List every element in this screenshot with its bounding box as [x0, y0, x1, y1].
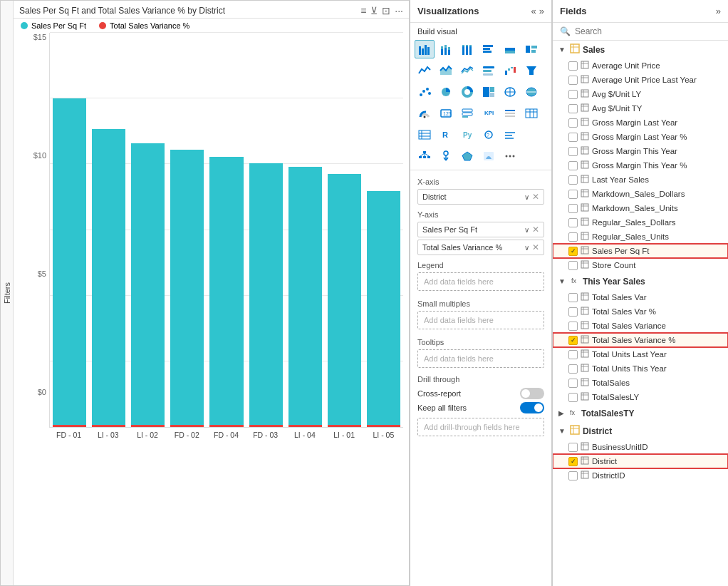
viz-icon-smart-narrative[interactable]	[500, 125, 520, 144]
field-checkbox-3-0[interactable]	[568, 443, 578, 452]
viz-icon-bar-100[interactable]	[457, 40, 477, 58]
viz-icon-waterfall[interactable]	[500, 61, 520, 80]
viz-icon-donut[interactable]	[457, 83, 477, 101]
field-checkbox-0-2[interactable]	[568, 90, 578, 99]
field-checkbox-0-8[interactable]	[568, 175, 578, 185]
legend-field-box[interactable]: Add data fields here	[417, 272, 544, 291]
field-checkbox-3-2[interactable]	[568, 471, 578, 480]
fields-expand-icon[interactable]: »	[716, 6, 721, 16]
viz-icon-table[interactable]	[521, 104, 541, 123]
viz-icon-funnel[interactable]	[521, 61, 541, 80]
field-checkbox-0-11[interactable]	[568, 218, 578, 227]
viz-collapse-arrows[interactable]: « »	[531, 6, 544, 16]
collapse-right-icon[interactable]: »	[539, 6, 544, 16]
field-checkbox-1-5[interactable]	[568, 364, 578, 374]
y-axis-field-1-dropdown[interactable]: ∨	[524, 244, 529, 252]
bar-group-1[interactable]	[92, 33, 125, 427]
field-group-header-0[interactable]: ▼Sales	[553, 41, 728, 58]
viz-icon-line-stacked[interactable]	[457, 61, 477, 80]
field-checkbox-0-3[interactable]	[568, 104, 578, 113]
more-icon[interactable]: ···	[395, 5, 403, 16]
viz-icon-shape-map[interactable]	[457, 147, 477, 165]
viz-icon-stacked-bar[interactable]	[436, 40, 456, 58]
field-group-header-1[interactable]: ▼fxThis Year Sales	[553, 272, 728, 290]
bar-group-6[interactable]	[288, 33, 322, 427]
x-axis-dropdown-icon[interactable]: ∨	[524, 193, 529, 201]
y-axis-field-1-remove[interactable]: ✕	[532, 242, 539, 252]
viz-icon-python[interactable]: Py	[457, 125, 477, 144]
field-item-0-5[interactable]: Gross Margin Last Year %	[553, 130, 728, 144]
field-group-header-2[interactable]: ▶fxTotalSalesTY	[553, 404, 728, 422]
field-item-1-0[interactable]: Total Sales Var	[553, 290, 728, 304]
field-item-0-6[interactable]: Gross Margin This Year	[553, 144, 728, 158]
field-checkbox-1-7[interactable]	[568, 393, 578, 402]
field-item-0-3[interactable]: Avg $/Unit TY	[553, 101, 728, 115]
field-item-1-3[interactable]: Total Sales Variance %	[553, 333, 728, 347]
viz-icon-clustered-bar[interactable]	[415, 40, 435, 58]
viz-icon-card[interactable]: 123	[436, 104, 456, 123]
viz-icon-more-options[interactable]	[500, 147, 520, 165]
viz-icon-pie[interactable]	[436, 83, 456, 101]
field-checkbox-0-9[interactable]	[568, 190, 578, 199]
viz-icon-key-influencers[interactable]	[436, 147, 456, 165]
viz-icon-gauge[interactable]	[415, 104, 435, 123]
viz-icon-ribbon[interactable]	[479, 61, 499, 80]
field-checkbox-0-7[interactable]	[568, 161, 578, 170]
field-checkbox-0-13[interactable]	[568, 247, 578, 256]
field-item-3-1[interactable]: District	[553, 454, 728, 468]
viz-icon-line[interactable]	[415, 61, 435, 80]
field-checkbox-1-6[interactable]	[568, 379, 578, 388]
bar-group-3[interactable]	[170, 33, 204, 427]
search-input[interactable]	[575, 26, 721, 36]
field-checkbox-1-4[interactable]	[568, 350, 578, 359]
field-checkbox-0-12[interactable]	[568, 232, 578, 242]
field-item-0-13[interactable]: Sales Per Sq Ft	[553, 244, 728, 258]
field-item-0-2[interactable]: Avg $/Unit LY	[553, 87, 728, 101]
viz-icon-column[interactable]	[479, 40, 499, 58]
field-checkbox-1-2[interactable]	[568, 322, 578, 331]
filters-tab-label[interactable]: Filters	[3, 282, 11, 304]
viz-icon-filled-map[interactable]	[521, 83, 541, 101]
filter-icon[interactable]: ⊻	[370, 5, 378, 16]
field-checkbox-0-4[interactable]	[568, 118, 578, 128]
viz-icon-azure-map[interactable]	[479, 147, 499, 165]
field-checkbox-0-14[interactable]	[568, 261, 578, 270]
field-checkbox-0-10[interactable]	[568, 204, 578, 213]
viz-icon-r-visual[interactable]: R	[436, 125, 456, 144]
viz-icon-kpi[interactable]: KPI	[479, 104, 499, 123]
small-multiples-field-box[interactable]: Add data fields here	[417, 311, 544, 329]
field-checkbox-0-0[interactable]	[568, 61, 578, 71]
field-item-0-11[interactable]: Regular_Sales_Dollars	[553, 215, 728, 230]
focus-icon[interactable]: ⊡	[382, 5, 390, 16]
field-item-0-8[interactable]: Last Year Sales	[553, 173, 728, 187]
field-checkbox-1-3[interactable]	[568, 336, 578, 345]
viz-icon-slicer[interactable]	[500, 104, 520, 123]
viz-icon-matrix[interactable]	[415, 125, 435, 144]
viz-icon-qanda[interactable]: ?	[479, 125, 499, 144]
drill-field-box[interactable]: Add drill-through fields here	[417, 418, 544, 436]
field-checkbox-1-1[interactable]	[568, 307, 578, 317]
field-item-0-10[interactable]: Markdown_Sales_Units	[553, 201, 728, 215]
field-item-1-5[interactable]: Total Units This Year	[553, 361, 728, 376]
bar-group-7[interactable]	[328, 33, 361, 427]
field-checkbox-3-1[interactable]	[568, 457, 578, 466]
viz-icon-multirow-card[interactable]	[457, 104, 477, 123]
field-item-3-0[interactable]: BusinessUnitID	[553, 440, 728, 454]
keep-filters-toggle[interactable]	[520, 402, 544, 413]
field-item-0-7[interactable]: Gross Margin This Year %	[553, 158, 728, 173]
cross-report-toggle[interactable]	[520, 388, 544, 399]
field-item-1-1[interactable]: Total Sales Var %	[553, 304, 728, 319]
bar-group-4[interactable]	[209, 33, 243, 427]
y-axis-field-0-dropdown[interactable]: ∨	[524, 226, 529, 234]
field-item-1-2[interactable]: Total Sales Variance	[553, 319, 728, 333]
field-checkbox-0-5[interactable]	[568, 133, 578, 142]
viz-icon-treemap[interactable]	[479, 83, 499, 101]
field-item-0-9[interactable]: Markdown_Sales_Dollars	[553, 187, 728, 201]
viz-icon-scatter[interactable]	[415, 83, 435, 101]
field-group-header-3[interactable]: ▼District	[553, 422, 728, 440]
viz-icon-decomp-tree[interactable]	[415, 147, 435, 165]
bar-group-8[interactable]	[367, 33, 400, 427]
field-item-0-1[interactable]: Average Unit Price Last Year	[553, 73, 728, 87]
field-item-3-2[interactable]: DistrictID	[553, 468, 728, 483]
tooltips-field-box[interactable]: Add data fields here	[417, 349, 544, 368]
